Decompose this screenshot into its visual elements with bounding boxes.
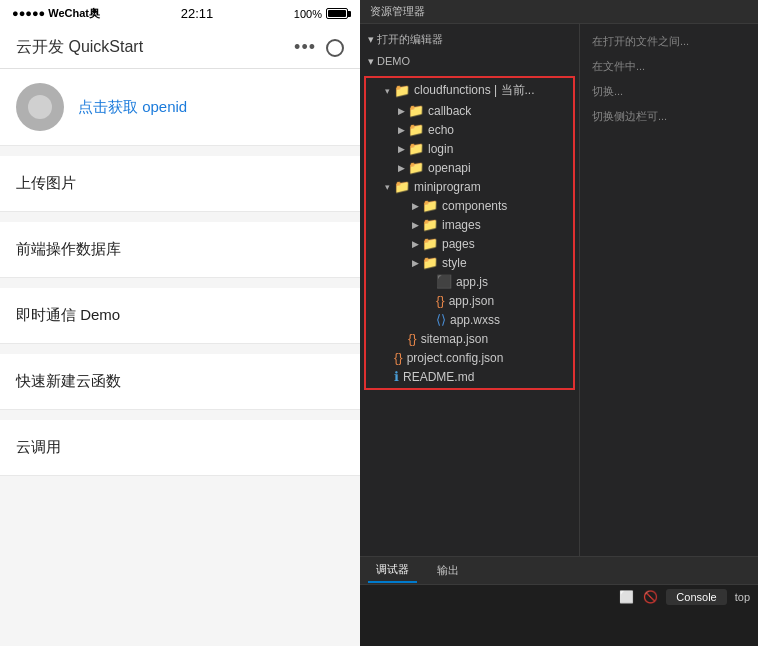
folder-icon: 📁 xyxy=(408,141,424,156)
folder-icon: 📁 xyxy=(422,217,438,232)
json-file-icon: {} xyxy=(408,331,417,346)
components-folder[interactable]: ▶ 📁 components xyxy=(366,196,573,215)
hint-2: 在文件中... xyxy=(592,57,746,76)
folder-icon: 📁 xyxy=(408,160,424,175)
folder-arrow-icon: ▶ xyxy=(394,125,408,135)
phone-title-icons: ••• xyxy=(294,37,344,58)
upload-image-item[interactable]: 上传图片 xyxy=(0,156,360,212)
phone-status-bar: ●●●●● WeChat奥 22:11 100% xyxy=(0,0,360,27)
status-time: 22:11 xyxy=(181,6,214,21)
cloudfunctions-folder[interactable]: ▾ 📁 cloudfunctions | 当前... xyxy=(366,80,573,101)
folder-icon: 📁 xyxy=(408,103,424,118)
folder-icon: 📁 xyxy=(422,198,438,213)
js-file-icon: ⬛ xyxy=(436,274,452,289)
appjs-file[interactable]: ⬛ app.js xyxy=(366,272,573,291)
openid-link[interactable]: 点击获取 openid xyxy=(78,98,187,117)
project-config-file[interactable]: {} project.config.json xyxy=(366,348,573,367)
avatar xyxy=(16,83,64,131)
open-editors-section: ▾ 打开的编辑器 xyxy=(360,28,579,51)
output-tab[interactable]: 输出 xyxy=(429,559,467,582)
json-file-icon: {} xyxy=(394,350,403,365)
filter-icon[interactable]: ⬜ xyxy=(618,589,634,605)
callback-folder[interactable]: ▶ 📁 callback xyxy=(366,101,573,120)
style-folder[interactable]: ▶ 📁 style xyxy=(366,253,573,272)
echo-folder[interactable]: ▶ 📁 echo xyxy=(366,120,573,139)
hint-1: 在打开的文件之间... xyxy=(592,32,746,51)
console-toolbar: ⬜ 🚫 Console top xyxy=(360,585,758,609)
folder-icon: 📁 xyxy=(422,236,438,251)
phone-title: 云开发 QuickStart xyxy=(16,37,143,58)
folder-arrow-icon: ▶ xyxy=(408,239,422,249)
highlighted-file-tree: ▾ 📁 cloudfunctions | 当前... ▶ 📁 callback … xyxy=(364,76,575,390)
folder-arrow-icon: ▶ xyxy=(394,163,408,173)
appjson-file[interactable]: {} app.json xyxy=(366,291,573,310)
folder-icon: 📁 xyxy=(408,122,424,137)
battery-icon xyxy=(326,8,348,19)
wxss-file-icon: ⟨⟩ xyxy=(436,312,446,327)
avatar-inner xyxy=(28,95,52,119)
block-icon[interactable]: 🚫 xyxy=(642,589,658,605)
login-folder[interactable]: ▶ 📁 login xyxy=(366,139,573,158)
json-file-icon: {} xyxy=(436,293,445,308)
create-cloud-function-item[interactable]: 快速新建云函数 xyxy=(0,354,360,410)
folder-icon: 📁 xyxy=(394,83,410,98)
debugger-tab[interactable]: 调试器 xyxy=(368,558,417,583)
folder-arrow-icon: ▶ xyxy=(408,201,422,211)
folder-icon: 📁 xyxy=(394,179,410,194)
hint-4: 切换侧边栏可... xyxy=(592,107,746,126)
ide-bottom: 调试器 输出 ⬜ 🚫 Console top xyxy=(360,556,758,646)
phone-panel: ●●●●● WeChat奥 22:11 100% 云开发 QuickStart … xyxy=(0,0,360,646)
file-tree: ▾ 打开的编辑器 ▾ DEMO ▾ 📁 cloudfunctions | 当前.… xyxy=(360,24,580,556)
demo-section: ▾ DEMO xyxy=(360,51,579,72)
miniprogram-folder[interactable]: ▾ 📁 miniprogram xyxy=(366,177,573,196)
realtime-demo-item[interactable]: 即时通信 Demo xyxy=(0,288,360,344)
more-options-icon[interactable]: ••• xyxy=(294,37,316,58)
folder-arrow-icon: ▾ xyxy=(380,182,394,192)
folder-arrow-icon: ▶ xyxy=(408,258,422,268)
record-icon[interactable] xyxy=(326,39,344,57)
cloud-call-item[interactable]: 云调用 xyxy=(0,420,360,476)
console-button[interactable]: Console xyxy=(666,589,726,605)
database-item[interactable]: 前端操作数据库 xyxy=(0,222,360,278)
ide-right-panel: 在打开的文件之间... 在文件中... 切换... 切换侧边栏可... xyxy=(580,24,758,556)
openapi-folder[interactable]: ▶ 📁 openapi xyxy=(366,158,573,177)
folder-arrow-icon: ▶ xyxy=(394,106,408,116)
phone-title-bar: 云开发 QuickStart ••• xyxy=(0,27,360,69)
info-file-icon: ℹ xyxy=(394,369,399,384)
sitemap-file[interactable]: {} sitemap.json xyxy=(366,329,573,348)
folder-arrow-icon: ▾ xyxy=(380,86,394,96)
folder-icon: 📁 xyxy=(422,255,438,270)
console-tab-bar: 调试器 输出 xyxy=(360,557,758,585)
status-signal: ●●●●● WeChat奥 xyxy=(12,6,100,21)
user-section: 点击获取 openid xyxy=(0,69,360,146)
top-button[interactable]: top xyxy=(735,591,750,603)
folder-arrow-icon: ▶ xyxy=(394,144,408,154)
pages-folder[interactable]: ▶ 📁 pages xyxy=(366,234,573,253)
readme-file[interactable]: ℹ README.md xyxy=(366,367,573,386)
appwxss-file[interactable]: ⟨⟩ app.wxss xyxy=(366,310,573,329)
ide-panel: 资源管理器 ▾ 打开的编辑器 ▾ DEMO ▾ 📁 cloudfunctions… xyxy=(360,0,758,646)
ide-main: ▾ 打开的编辑器 ▾ DEMO ▾ 📁 cloudfunctions | 当前.… xyxy=(360,24,758,556)
status-battery: 100% xyxy=(294,8,348,20)
images-folder[interactable]: ▶ 📁 images xyxy=(366,215,573,234)
hint-3: 切换... xyxy=(592,82,746,101)
resource-explorer-label: 资源管理器 xyxy=(360,0,758,24)
folder-arrow-icon: ▶ xyxy=(408,220,422,230)
